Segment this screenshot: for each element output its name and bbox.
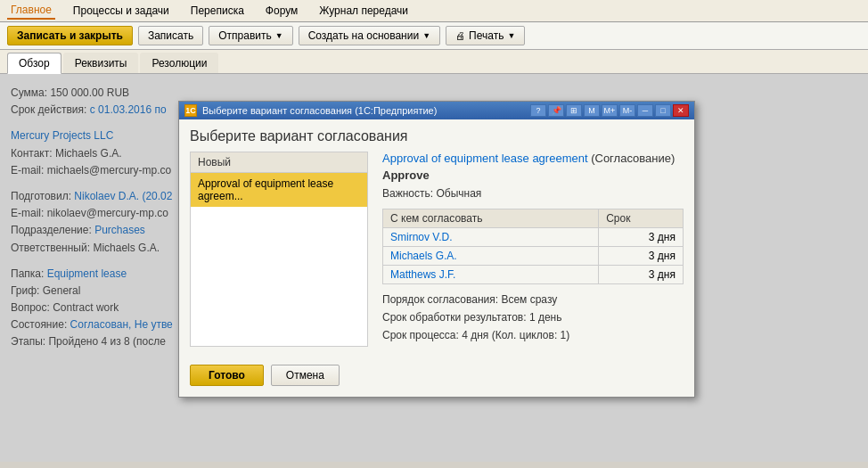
create-based-button[interactable]: Создать на основании [299, 26, 440, 45]
modal-titlebar-left: 1С Выберите вариант согласования (1С:Пре… [184, 104, 437, 117]
modal-app-icon: 1С [184, 104, 197, 117]
modal-grid-btn[interactable]: ⊞ [566, 104, 582, 117]
modal-right-panel: Approval of equipment lease agreement (С… [368, 152, 684, 347]
modal-titlebar-text: Выберите вариант согласования (1С:Предпр… [202, 105, 437, 116]
modal-dialog: 1С Выберите вариант согласования (1С:Пре… [178, 101, 695, 398]
modal-controls: ? 📌 ⊞ M M+ M- ─ □ ✕ [530, 104, 689, 117]
menu-item-correspondence[interactable]: Переписка [187, 3, 248, 19]
modal-footer: Готово Отмена [179, 357, 694, 397]
cancel-button[interactable]: Отмена [271, 365, 340, 386]
person-matthews[interactable]: Matthews J.F. [383, 266, 599, 284]
agreement-table: С кем согласовать Срок Smirnov V.D. 3 дн… [382, 209, 684, 284]
left-panel-item-0[interactable]: Approval of equipment lease agreem... [191, 173, 367, 207]
modal-body: Новый Approval of equipment lease agreem… [179, 152, 694, 357]
tab-requisites[interactable]: Реквизиты [63, 53, 139, 73]
table-row: Michaels G.A. 3 дня [383, 247, 684, 266]
tab-overview[interactable]: Обзор [7, 53, 61, 74]
modal-help-btn[interactable]: ? [530, 104, 546, 117]
modal-title: Выберите вариант согласования [179, 119, 694, 152]
days-michaels: 3 дня [599, 247, 684, 266]
menu-item-processes[interactable]: Процессы и задачи [70, 3, 173, 19]
main-content: Сумма: 150 000.00 RUB Срок действия: с 0… [0, 74, 868, 462]
col-header-who: С кем согласовать [383, 209, 599, 228]
print-button[interactable]: Печать [446, 26, 525, 45]
agreement-title[interactable]: Approval of equipment lease agreement (С… [382, 152, 684, 165]
modal-mplus-btn[interactable]: M+ [602, 104, 618, 117]
modal-mminus-btn[interactable]: M- [619, 104, 635, 117]
left-panel-header: Новый [191, 152, 367, 173]
person-smirnov[interactable]: Smirnov V.D. [383, 228, 599, 247]
days-matthews: 3 дня [599, 266, 684, 284]
modal-max-btn[interactable]: □ [655, 104, 671, 117]
modal-close-btn[interactable]: ✕ [673, 104, 689, 117]
importance-line: Важность: Обычная [382, 187, 684, 200]
col-header-term: Срок [599, 209, 684, 228]
modal-m-btn[interactable]: M [584, 104, 600, 117]
approve-subtitle: Approve [382, 168, 684, 182]
toolbar: Записать и закрыть Записать Отправить Со… [0, 22, 868, 50]
menu-bar: Главное Процессы и задачи Переписка Фору… [0, 0, 868, 22]
person-michaels[interactable]: Michaels G.A. [383, 247, 599, 266]
processing-line: Срок обработки результатов: 1 день [382, 311, 684, 324]
table-row: Smirnov V.D. 3 дня [383, 228, 684, 247]
save-button[interactable]: Записать [138, 26, 203, 45]
table-row: Matthews J.F. 3 дня [383, 266, 684, 284]
ok-button[interactable]: Готово [190, 365, 264, 386]
menu-item-forum[interactable]: Форум [262, 3, 301, 19]
menu-item-main[interactable]: Главное [7, 2, 55, 20]
process-line: Срок процесса: 4 дня (Кол. циклов: 1) [382, 329, 684, 341]
send-button[interactable]: Отправить [209, 26, 292, 45]
printer-icon [455, 29, 465, 42]
tabs: Обзор Реквизиты Резолюции [0, 50, 868, 74]
days-smirnov: 3 дня [599, 228, 684, 247]
menu-item-journal[interactable]: Журнал передачи [315, 3, 412, 19]
modal-titlebar: 1С Выберите вариант согласования (1С:Пре… [179, 102, 694, 119]
order-line: Порядок согласования: Всем сразу [382, 293, 684, 306]
tab-resolutions[interactable]: Резолюции [140, 53, 218, 73]
modal-min-btn[interactable]: ─ [637, 104, 653, 117]
save-close-button[interactable]: Записать и закрыть [7, 26, 133, 45]
modal-left-panel: Новый Approval of equipment lease agreem… [190, 152, 368, 347]
modal-pin-btn[interactable]: 📌 [548, 104, 564, 117]
